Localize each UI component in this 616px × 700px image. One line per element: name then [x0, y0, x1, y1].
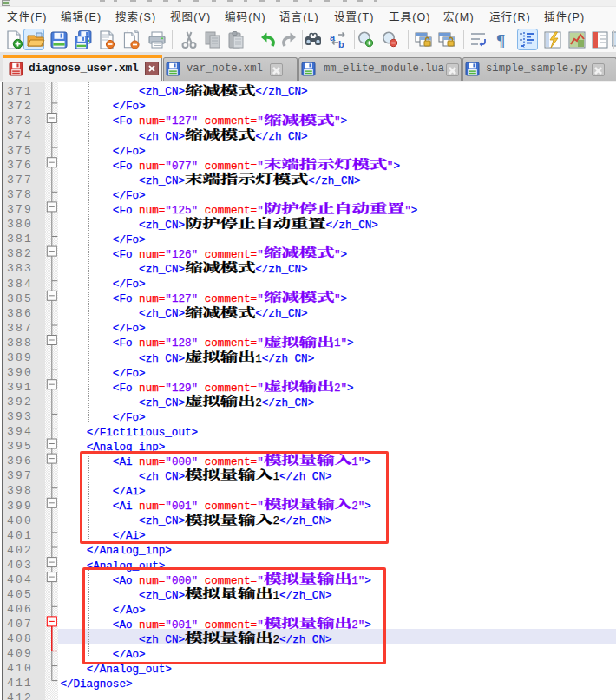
svg-text:a: a	[330, 32, 336, 43]
svg-text:¶: ¶	[496, 31, 505, 49]
svg-text:b: b	[338, 39, 344, 49]
